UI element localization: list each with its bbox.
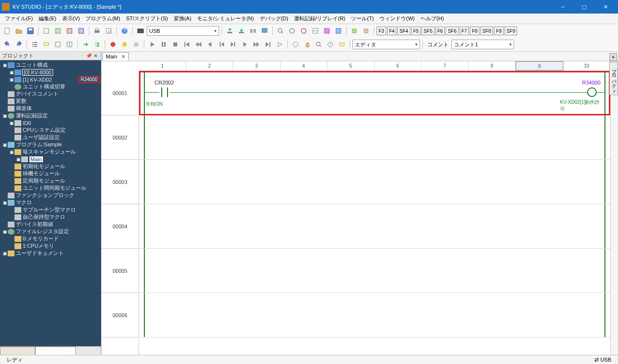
clock-button[interactable]: [325, 39, 336, 50]
tree-item[interactable]: ▣運転記録設定: [0, 112, 101, 119]
tree-item[interactable]: ▣Main: [0, 155, 101, 163]
fkey-sf9[interactable]: SF9: [505, 27, 517, 35]
menu-item[interactable]: ツール(T): [348, 14, 377, 23]
tree-item[interactable]: ▣マクロ: [0, 199, 101, 206]
transfer-read-button[interactable]: [225, 26, 235, 36]
tree-twisty[interactable]: ▣: [9, 121, 14, 126]
rung[interactable]: [139, 249, 610, 293]
tree-item[interactable]: 待機モジュール: [0, 170, 101, 177]
tree-twisty[interactable]: ▣: [2, 113, 8, 118]
redo-button[interactable]: [14, 39, 24, 50]
comment-toggle-button[interactable]: [41, 39, 52, 50]
ruler-col[interactable]: 7: [421, 61, 469, 70]
rung[interactable]: [139, 204, 610, 249]
editor-tab-main[interactable]: Main ✕: [102, 52, 129, 61]
pause-button[interactable]: [158, 39, 169, 50]
fkey-f8[interactable]: F8: [470, 27, 479, 35]
convert-all-button[interactable]: [92, 39, 102, 50]
rung[interactable]: [139, 293, 610, 337]
print-preview-button[interactable]: [103, 26, 114, 36]
round-a-button[interactable]: [290, 39, 301, 50]
tree-item[interactable]: 0:メモリカード: [0, 235, 101, 242]
tree-item[interactable]: ▣ID0: [0, 119, 101, 126]
contact-symbol[interactable]: [159, 86, 170, 98]
undo-button[interactable]: [2, 39, 13, 50]
ffwd-button[interactable]: [251, 39, 262, 50]
tree-twisty[interactable]: ▣: [2, 229, 8, 234]
step-back-button[interactable]: [216, 39, 227, 50]
menu-item[interactable]: 変換(A): [171, 14, 195, 23]
rewind-button[interactable]: [193, 39, 204, 50]
tb-table-c[interactable]: [333, 26, 344, 36]
tree-item[interactable]: ユニット構成切替: [0, 83, 101, 90]
tree-twisty[interactable]: ▣: [9, 150, 14, 154]
tb-btn-b[interactable]: [53, 26, 63, 36]
tb-chip-a[interactable]: [349, 26, 360, 36]
tree-item[interactable]: ▣ユニット構成: [0, 61, 101, 69]
step-cell[interactable]: 00005: [101, 249, 139, 293]
close-button[interactable]: ✕: [595, 0, 616, 14]
step-cell[interactable]: 00003: [101, 160, 139, 204]
tree-twisty[interactable]: ▣: [2, 251, 8, 256]
panel-pin-button[interactable]: 📌: [85, 53, 92, 59]
ruler-col[interactable]: 8: [469, 61, 516, 70]
fkey-f6[interactable]: F6: [435, 27, 445, 35]
tb-find-button[interactable]: [275, 26, 286, 36]
menu-item[interactable]: ヘルプ(H): [418, 14, 447, 23]
tb-table-a[interactable]: [310, 26, 321, 36]
ruler-col[interactable]: 2: [186, 61, 234, 70]
ruler-col[interactable]: 6: [375, 61, 422, 70]
ruler-col[interactable]: 9: [516, 61, 563, 70]
tb-view-a[interactable]: [53, 39, 63, 50]
tb-chip-b[interactable]: [361, 26, 371, 36]
new-project-button[interactable]: [2, 26, 13, 36]
fkey-sf4[interactable]: SF4: [397, 27, 410, 35]
tree-item[interactable]: 変数: [0, 98, 101, 105]
red-dot-button[interactable]: [108, 39, 118, 50]
monitor-button[interactable]: [259, 26, 270, 36]
tree-item[interactable]: ▣毎スキャンモジュール: [0, 148, 101, 155]
maximize-button[interactable]: ▢: [574, 0, 595, 14]
tree-twisty[interactable]: ▣: [2, 200, 8, 205]
fkey-f5[interactable]: F5: [411, 27, 421, 35]
menu-item[interactable]: ウィンドウ(W): [377, 14, 418, 23]
menu-item[interactable]: 表示(V): [59, 14, 83, 23]
tree-item[interactable]: 構造体: [0, 105, 101, 112]
tree-item[interactable]: ▣[1] KV-XD02R34000: [0, 76, 101, 83]
ruler-col[interactable]: 3: [233, 61, 281, 70]
comment-combo[interactable]: コメント1: [451, 40, 514, 49]
next-button[interactable]: [239, 39, 250, 50]
tree-item[interactable]: 定周期モジュール: [0, 177, 101, 184]
fkey-f4[interactable]: F4: [387, 27, 397, 35]
tree-item[interactable]: サブルーチン型マクロ: [0, 206, 101, 213]
tree-twisty[interactable]: ▣: [15, 157, 21, 162]
ruler-col[interactable]: 4: [281, 61, 328, 70]
tab-library[interactable]: ライブラリ: [0, 347, 35, 355]
menu-item[interactable]: ST/スクリプト(S): [123, 14, 171, 23]
fkey-sf5[interactable]: SF5: [421, 27, 434, 35]
play2-button[interactable]: [274, 39, 285, 50]
list-view-button[interactable]: [29, 39, 40, 50]
print-button[interactable]: [92, 26, 102, 36]
menu-item[interactable]: 運転記録/リプレイ(R): [291, 14, 348, 23]
editor-tab-close[interactable]: ✕: [121, 54, 126, 60]
convert-button[interactable]: [80, 39, 91, 50]
tree-item[interactable]: 1:CPUメモリ: [0, 242, 101, 250]
fkey-f9[interactable]: F9: [494, 27, 504, 35]
project-tree[interactable]: ▣ユニット構成▣[0] KV-8000▣[1] KV-XD02R34000ユニッ…: [0, 60, 101, 346]
skip-back-button[interactable]: [182, 39, 192, 50]
play-button[interactable]: [147, 39, 157, 50]
menu-item[interactable]: 編集(E): [36, 14, 59, 23]
tab-project[interactable]: プロジェクト: [35, 347, 76, 355]
step-cell[interactable]: 00001: [101, 71, 139, 115]
ruler-col[interactable]: 1: [139, 61, 186, 70]
tb-circle-b[interactable]: [298, 26, 309, 36]
tree-item[interactable]: デバイスコメント: [0, 90, 101, 98]
tree-item[interactable]: ファンクションブロック: [0, 192, 101, 199]
verify-button[interactable]: [248, 26, 258, 36]
tree-item[interactable]: ▣[0] KV-8000: [0, 69, 101, 76]
menu-item[interactable]: モニタ/シミュレータ(N): [194, 14, 256, 23]
save-button[interactable]: [25, 26, 36, 36]
rung[interactable]: CR2002R34000常時ONKV-XD02[1]動作許可: [139, 71, 610, 115]
fkey-f3[interactable]: F3: [377, 27, 386, 35]
